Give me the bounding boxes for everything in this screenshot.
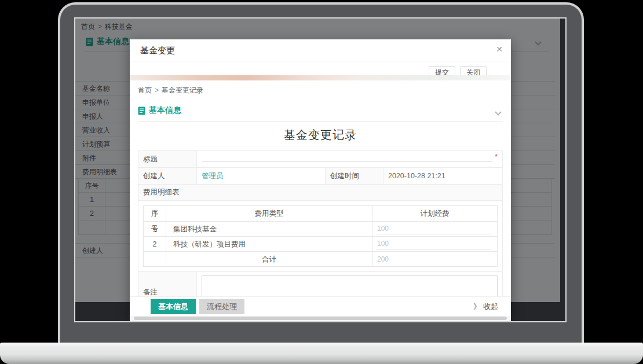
created-time-value: 2020-10-28 21:21 <box>383 167 502 184</box>
col-header-no: 序号 <box>144 206 166 221</box>
form-title: 基金变更记录 <box>138 127 503 143</box>
remarks-cell <box>196 271 502 296</box>
section-header: 基本信息 <box>138 105 503 116</box>
required-mark: * <box>495 153 498 160</box>
row-no: 1 <box>144 221 166 236</box>
collapse-label: 收起 <box>483 302 498 311</box>
collapse-icon: 》 <box>473 302 481 311</box>
remarks-textarea[interactable] <box>202 275 498 296</box>
amount-cell: 100 <box>372 236 497 251</box>
breadcrumb-separator: > <box>155 86 159 94</box>
divider <box>138 121 503 122</box>
horizontal-scrollbar <box>130 316 511 321</box>
tab-bar: 基本信息 流程处理 <box>151 299 244 314</box>
col-header-type: 费用类型 <box>166 206 372 221</box>
total-label: 合计 <box>166 251 372 266</box>
modal-title: 基金变更 <box>140 39 175 61</box>
breadcrumb: 首页>基金变更记录 <box>138 86 503 95</box>
total-empty-cell <box>144 251 166 266</box>
remarks-label: 备注 <box>138 271 196 296</box>
row-type: 科技（研发）项目费用 <box>166 236 372 251</box>
form-table: 标题 * 创建人 管理员 创建时间 2020-10-28 21:21 费用明细表 <box>138 150 503 296</box>
row-type: 集团科技基金 <box>166 221 372 236</box>
stage: 首页>科技基金 基本信息 基金名称 申报单位 申报人 营业收入 计划预算 附件 … <box>0 0 643 364</box>
laptop-screen: 首页>科技基金 基本信息 基金名称 申报单位 申报人 营业收入 计划预算 附件 … <box>74 17 567 322</box>
amount-input[interactable]: 100 <box>377 223 492 234</box>
close-icon[interactable]: ✕ <box>496 45 503 53</box>
amount-input[interactable]: 100 <box>377 238 492 249</box>
expense-detail-cell: 序号 费用类型 计划经费 1 集团科技基金 100 2 科技（研发）项目费用 1… <box>138 200 502 271</box>
modal-header: 基金变更 ✕ <box>130 39 511 61</box>
fund-change-modal: 基金变更 ✕ 提交 关闭 首页>基金变更记录 基本信息 基金变更记录 <box>130 39 511 321</box>
laptop-base <box>0 343 643 364</box>
decorative-banner <box>130 75 511 80</box>
expense-table: 序号 费用类型 计划经费 1 集团科技基金 100 2 科技（研发）项目费用 1… <box>143 205 498 267</box>
title-input[interactable] <box>202 151 492 161</box>
breadcrumb-current: 基金变更记录 <box>162 86 203 94</box>
modal-content: 首页>基金变更记录 基本信息 基金变更记录 标题 * <box>130 80 511 296</box>
document-icon <box>138 106 145 115</box>
collapse-control[interactable]: 》收起 <box>473 297 498 317</box>
amount-cell: 100 <box>372 221 497 236</box>
col-header-amount: 计划经费 <box>372 206 497 221</box>
title-label: 标题 <box>138 151 196 167</box>
modal-footer: 基本信息 流程处理 》收起 <box>130 296 511 316</box>
title-field-cell: * <box>196 151 502 167</box>
scrollbar-thumb[interactable] <box>134 317 507 320</box>
tab-basic-info[interactable]: 基本信息 <box>151 299 196 314</box>
breadcrumb-home[interactable]: 首页 <box>138 86 152 94</box>
created-time-label: 创建时间 <box>325 167 383 184</box>
creator-link[interactable]: 管理员 <box>202 172 224 180</box>
total-value: 200 <box>372 251 497 266</box>
tab-process-handling[interactable]: 流程处理 <box>199 299 244 314</box>
row-no: 2 <box>144 236 166 251</box>
section-title: 基本信息 <box>149 105 181 116</box>
creator-label: 创建人 <box>138 167 196 184</box>
chevron-down-icon[interactable] <box>495 109 501 115</box>
expense-detail-label: 费用明细表 <box>138 184 502 200</box>
